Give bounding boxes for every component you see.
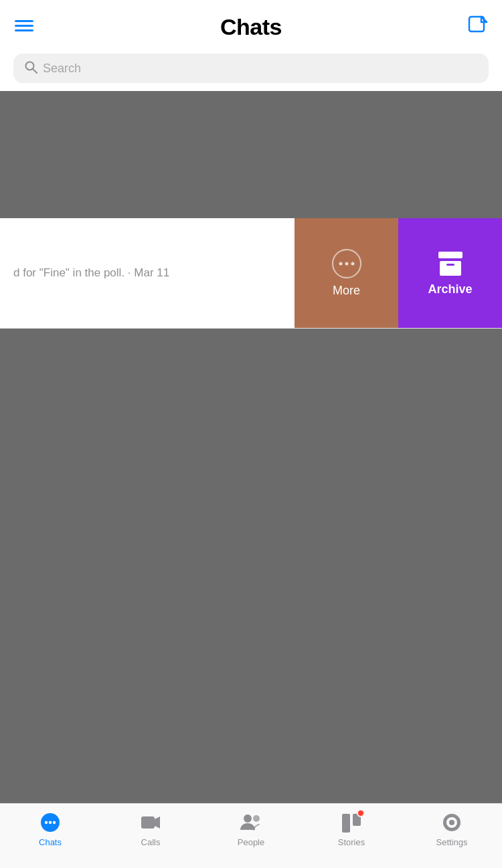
people-tab-icon — [239, 810, 263, 835]
stories-badge — [357, 809, 365, 817]
archive-action-button[interactable]: Archive — [398, 218, 502, 328]
svg-point-11 — [351, 262, 354, 265]
svg-line-8 — [33, 69, 37, 73]
settings-tab-label: Settings — [436, 837, 468, 847]
chat-preview-text: d for "Fine" in the poll. · Mar 11 — [13, 266, 169, 280]
archive-action-label: Archive — [428, 282, 472, 296]
svg-rect-13 — [440, 261, 461, 276]
people-tab-label: People — [238, 837, 264, 847]
chats-tab-icon — [38, 810, 62, 835]
search-input[interactable] — [43, 62, 478, 76]
more-dots-icon — [332, 249, 361, 278]
swipe-action-row: d for "Fine" in the poll. · Mar 11 More — [0, 218, 502, 329]
search-icon — [24, 60, 37, 76]
stories-tab-icon — [339, 810, 363, 835]
chats-tab-label: Chats — [39, 837, 62, 847]
svg-rect-1 — [15, 25, 33, 27]
more-action-button[interactable]: More — [295, 218, 398, 328]
svg-rect-2 — [15, 29, 33, 31]
svg-point-17 — [49, 821, 52, 824]
svg-point-18 — [53, 821, 56, 824]
svg-point-21 — [244, 814, 252, 822]
svg-point-9 — [339, 262, 342, 265]
svg-point-27 — [449, 820, 454, 825]
menu-icon[interactable] — [13, 15, 35, 39]
compose-icon[interactable] — [467, 15, 489, 39]
chat-row-top-blurred — [0, 91, 502, 218]
settings-tab-icon — [440, 810, 464, 835]
calls-tab-icon — [139, 810, 163, 835]
page-title: Chats — [220, 14, 282, 40]
swipe-actions: More Archive — [295, 218, 502, 328]
tab-people[interactable]: People — [201, 810, 301, 847]
svg-point-22 — [253, 815, 260, 822]
svg-rect-14 — [446, 264, 454, 266]
chat-row-bottom-blurred — [0, 329, 502, 803]
header: Chats — [0, 0, 502, 54]
calls-tab-label: Calls — [141, 837, 161, 847]
tab-bar: Chats Calls People — [0, 803, 502, 868]
svg-marker-20 — [155, 816, 160, 829]
svg-rect-12 — [438, 252, 463, 258]
svg-rect-23 — [342, 814, 350, 833]
tab-calls[interactable]: Calls — [100, 810, 201, 847]
tab-chats[interactable]: Chats — [0, 810, 100, 847]
search-bar[interactable] — [13, 54, 489, 83]
archive-icon — [436, 250, 465, 277]
svg-rect-19 — [141, 816, 155, 829]
tab-settings[interactable]: Settings — [402, 810, 502, 847]
svg-rect-0 — [15, 20, 33, 22]
tab-stories[interactable]: Stories — [301, 810, 402, 847]
svg-point-16 — [45, 821, 48, 824]
more-action-label: More — [333, 284, 360, 298]
stories-tab-label: Stories — [338, 837, 365, 847]
svg-point-10 — [345, 262, 348, 265]
